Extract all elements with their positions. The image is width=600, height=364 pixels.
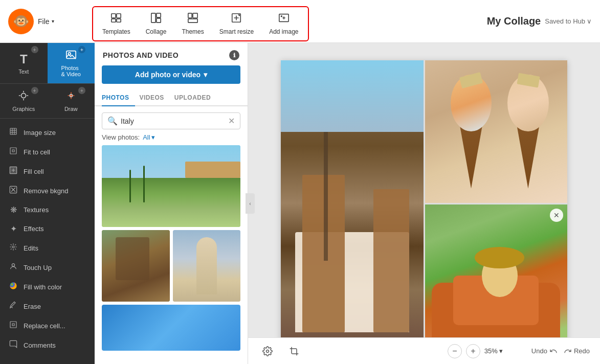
svg-rect-24 [10, 322, 16, 328]
add-image-icon [278, 12, 290, 26]
sidebar-item-edits[interactable]: Edits [0, 238, 95, 258]
sidebar-item-comments[interactable]: Comments [0, 335, 95, 355]
panel-info-icon[interactable]: ℹ [229, 50, 239, 60]
svg-point-21 [12, 246, 14, 248]
effects-icon: ✦ [8, 224, 18, 234]
saved-hub[interactable]: Saved to Hub ∨ [545, 17, 592, 25]
canvas-area: ✕ − + 35% ▾ [248, 43, 600, 364]
add-photo-label: Add photo or video [135, 71, 201, 79]
photo-thumb-david[interactable] [173, 230, 241, 302]
view-photos-label: View photos: [102, 133, 140, 141]
svg-rect-4 [151, 13, 155, 22]
effects-label: Effects [24, 225, 44, 233]
redo-button[interactable]: Redo [564, 347, 590, 355]
tab-videos[interactable]: VIDEOS [139, 90, 170, 106]
collage-cell-venice[interactable] [281, 60, 424, 347]
sidebar-tool-photos-video[interactable]: + Photos& Video [48, 43, 95, 83]
remove-bkgnd-label: Remove bkgnd [24, 187, 68, 195]
sidebar-tool-text[interactable]: + T Text [0, 43, 48, 83]
collage-cell-icecream[interactable] [425, 60, 568, 203]
text-add-icon: + [31, 46, 38, 53]
sidebar-item-effects[interactable]: ✦ Effects [0, 219, 95, 238]
text-icon: T [20, 52, 28, 66]
undo-redo-controls: Undo Redo [531, 347, 590, 355]
zoom-percent[interactable]: 35% ▾ [484, 347, 503, 355]
svg-rect-5 [157, 13, 161, 17]
search-icon: 🔍 [107, 116, 118, 126]
tab-uploaded[interactable]: UPLOADED [174, 90, 217, 106]
main-content: + T Text + Photos& Video + [0, 43, 600, 364]
photo-thumb-tuscany[interactable] [102, 145, 240, 227]
sidebar-item-image-size[interactable]: Image size [0, 123, 95, 142]
cell-close-icon[interactable]: ✕ [550, 209, 563, 222]
add-photo-button[interactable]: Add photo or video ▾ [102, 65, 240, 84]
crop-button[interactable] [285, 342, 303, 360]
svg-rect-9 [188, 19, 197, 22]
svg-rect-2 [112, 19, 116, 22]
view-photos-filter[interactable]: All ▾ [143, 133, 154, 141]
photo-thumb-blue[interactable] [102, 305, 240, 351]
templates-icon [110, 12, 122, 26]
toolbar-collage[interactable]: Collage [141, 10, 172, 37]
svg-rect-6 [157, 18, 161, 22]
sidebar-tool-draw[interactable]: + Draw [48, 84, 95, 118]
sidebar-tool-graphics[interactable]: + Graphics [0, 84, 48, 118]
graphics-label: Graphics [12, 106, 35, 112]
undo-button[interactable]: Undo [531, 347, 558, 355]
sidebar-item-textures[interactable]: ❋ Textures [0, 200, 95, 219]
photos-label: Photos& Video [61, 65, 81, 77]
toolbar-add-image[interactable]: Add image [264, 10, 303, 37]
file-menu[interactable]: File ▾ [38, 17, 54, 26]
svg-rect-0 [112, 14, 116, 18]
sidebar-item-replace-cell[interactable]: Replace cell... [0, 316, 95, 335]
tab-photos[interactable]: PHOTOS [102, 90, 135, 106]
settings-button[interactable] [258, 342, 277, 360]
zoom-in-button[interactable]: + [466, 344, 480, 358]
sidebar-item-fill-cell[interactable]: Fill cell [0, 162, 95, 181]
logo-icon: 🐵 [13, 13, 29, 29]
comments-label: Comments [24, 342, 56, 349]
search-input[interactable] [121, 117, 225, 125]
smart-resize-icon [231, 12, 242, 26]
replace-cell-label: Replace cell... [24, 322, 65, 330]
saved-hub-chevron-icon: ∨ [587, 17, 592, 25]
svg-rect-3 [117, 19, 121, 22]
panel-collapse-button[interactable]: ‹ [246, 193, 255, 214]
panel-header: PHOTOS AND VIDEO ℹ [95, 43, 248, 65]
sidebar-item-touch-up[interactable]: Touch Up [0, 258, 95, 277]
photos-add-icon: + [78, 46, 85, 53]
view-photos-bar: View photos: All ▾ [95, 133, 248, 145]
textures-icon: ❋ [8, 205, 18, 215]
svg-point-23 [10, 282, 16, 289]
panel-title: PHOTOS AND VIDEO [103, 51, 179, 59]
sidebar-item-remove-bkgnd[interactable]: Remove bkgnd [0, 181, 95, 200]
canvas-wrapper: ✕ [281, 60, 567, 347]
photos-icon [65, 49, 77, 63]
sidebar-item-fill-with-color[interactable]: Fill with color [0, 277, 95, 297]
toolbar-templates[interactable]: Templates [97, 10, 136, 37]
svg-point-25 [266, 350, 269, 352]
textures-label: Textures [24, 206, 49, 214]
svg-rect-17 [10, 128, 16, 134]
photo-thumb-cliff[interactable] [102, 230, 170, 302]
zoom-out-button[interactable]: − [448, 344, 462, 358]
collage-cell-woman-car[interactable]: ✕ [425, 204, 568, 347]
image-size-icon [8, 127, 18, 138]
search-clear-icon[interactable]: ✕ [228, 116, 235, 126]
sidebar-item-fit-to-cell[interactable]: Fit to cell [0, 142, 95, 162]
erase-icon [8, 301, 18, 311]
left-sidebar: + T Text + Photos& Video + [0, 43, 95, 364]
toolbar-themes[interactable]: Themes [176, 10, 209, 37]
svg-point-15 [21, 93, 26, 98]
panel-tabs: PHOTOS VIDEOS UPLOADED [95, 90, 248, 106]
topbar-right: My Collage Saved to Hub ∨ [487, 15, 592, 27]
graphics-icon [18, 90, 29, 104]
toolbar-smart-resize[interactable]: Smart resize [214, 10, 259, 37]
zoom-controls: − + 35% ▾ [448, 344, 503, 358]
draw-icon [65, 90, 77, 104]
sidebar-item-erase[interactable]: Erase [0, 297, 95, 316]
svg-point-12 [281, 16, 282, 17]
view-filter-chevron-icon: ▾ [151, 133, 155, 141]
comments-icon [8, 340, 18, 350]
edits-icon [8, 243, 18, 253]
